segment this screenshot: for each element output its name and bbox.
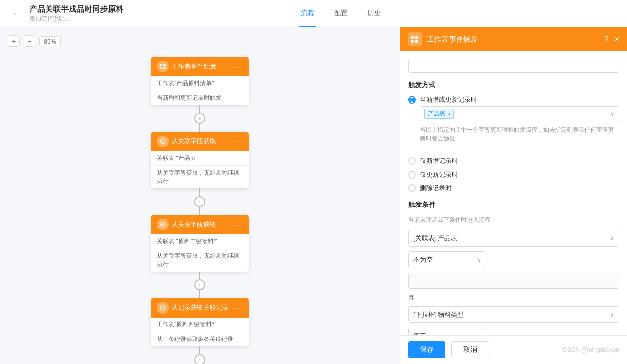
cancel-button[interactable]: 取消 — [451, 341, 489, 358]
radio-label-4: 删除记录时 — [420, 184, 452, 193]
condition1-value-input[interactable] — [408, 273, 619, 289]
connector-4: + — [194, 346, 205, 364]
plus-circle-2[interactable]: + — [194, 196, 205, 207]
node-card-fetch2: 从关联字段获取 ··· 关联表 "原料二级物料*" 从关联字段获取，无结果时继续… — [151, 215, 249, 272]
zoom-level: 80% — [39, 36, 61, 46]
condition2-field-row: [下拉框] 物料类型 ∨ — [408, 306, 619, 323]
node-header-fetch2: 从关联字段获取 ··· — [151, 215, 249, 234]
related-icon — [157, 302, 169, 314]
radio-circle-2 — [408, 157, 416, 165]
node1-menu[interactable]: ··· — [234, 63, 243, 70]
node4-menu[interactable]: ··· — [234, 304, 243, 312]
hint-text: 当以上指定的其中一个字段更新时将触发流程，如未指定则表示任何字段更新时都会触发 — [420, 125, 619, 143]
condition2-operator-label: 等于 — [413, 332, 426, 335]
condition2-field-select[interactable]: [下拉框] 物料类型 ∨ — [408, 306, 619, 323]
svg-rect-14 — [415, 36, 418, 39]
condition1-operator-select[interactable]: 不为空 ∨ — [408, 251, 486, 268]
back-button[interactable]: ← — [10, 7, 24, 21]
node1-title: 工作表事件触发 — [171, 62, 216, 71]
condition2-field-label: [下拉框] 物料类型 — [413, 310, 463, 319]
node2-row2: 从关联字段获取，无结果时继续执行 — [151, 166, 249, 188]
chevron-down-icon-3: ∨ — [610, 312, 614, 318]
fetch1-icon — [157, 136, 169, 147]
tag-close-icon[interactable]: × — [447, 111, 450, 117]
svg-rect-16 — [415, 40, 418, 43]
page-title: 产品关联半成品时同步原料 — [29, 4, 123, 15]
line6 — [199, 290, 200, 298]
panel-header-icon — [408, 32, 422, 46]
node-fetch1[interactable]: 从关联字段获取 ··· 关联表 "产品表" 从关联字段获取，无结果时继续执行 — [151, 132, 249, 188]
node1-body: 工作表"产品原料清单" 当新增和更新记录时触发 — [151, 76, 249, 105]
node-card-fetch1: 从关联字段获取 ··· 关联表 "产品表" 从关联字段获取，无结果时继续执行 — [151, 132, 249, 188]
radio-item-1[interactable]: 当新增或更新记录时 — [408, 95, 619, 104]
tab-history[interactable]: 历史 — [365, 0, 383, 27]
panel-header-left: 工作表事件触发 — [408, 32, 478, 46]
plus-circle-1[interactable]: + — [194, 113, 205, 124]
connector-3: + — [194, 272, 205, 298]
panel-search — [408, 59, 619, 73]
node-related[interactable]: 从记录获取关联记录 ··· 工作表"原料四级物料*" 从一条记录获取多条关联记录 — [151, 298, 249, 346]
plus-circle-4[interactable]: + — [194, 354, 205, 364]
chevron-down-icon-2: ∨ — [477, 257, 481, 263]
canvas-toolbar: + − 80% — [8, 35, 61, 47]
tab-config[interactable]: 配置 — [332, 0, 350, 27]
tab-flow[interactable]: 流程 — [299, 0, 316, 27]
and-label: 且 — [408, 294, 619, 302]
node2-menu[interactable]: ··· — [234, 137, 243, 145]
node-trigger[interactable]: 工作表事件触发 ··· 工作表"产品原料清单" 当新增和更新记录时触发 — [151, 57, 249, 105]
radio-label-2: 仅新增记录时 — [420, 157, 458, 165]
connector-2: + — [194, 188, 205, 215]
radio-item-4[interactable]: 删除记录时 — [408, 184, 619, 193]
line5 — [199, 272, 200, 279]
line2 — [199, 124, 200, 132]
node-header-fetch1: 从关联字段获取 ··· — [151, 132, 249, 151]
title-area: 产品关联半成品时同步原料 添加流程说明... — [29, 4, 123, 23]
product-tag: 产品表 × — [424, 109, 454, 119]
condition2-operator-select[interactable]: 等于 ∨ — [408, 328, 486, 335]
condition-section: 触发条件 当记录满足以下条件时进入流程 [关联表] 产品表 ∨ 不为空 ∨ — [408, 201, 619, 335]
node-header-related: 从记录获取关联记录 ··· — [151, 298, 249, 318]
radio-circle-1 — [408, 96, 416, 104]
node3-title: 从关联字段获取 — [171, 220, 216, 229]
condition1-field-select[interactable]: [关联表] 产品表 ∨ — [408, 230, 619, 247]
panel-close-button[interactable]: × — [615, 35, 619, 44]
radio-circle-3 — [408, 171, 416, 179]
node-title-row2: 从关联字段获取 — [157, 136, 234, 147]
radio-item-3[interactable]: 仅更新记录时 — [408, 170, 619, 179]
node4-body: 工作表"原料四级物料*" 从一条记录获取多条关联记录 — [151, 318, 249, 346]
node-card-trigger: 工作表事件触发 ··· 工作表"产品原料清单" 当新增和更新记录时触发 — [151, 57, 249, 105]
right-panel: 工作表事件触发 ? × 触发方式 当新增或更新记录时 — [400, 27, 627, 364]
panel-search-input[interactable] — [408, 59, 619, 73]
watermark-text: CSDN @mingdaoyun — [563, 346, 619, 353]
tag-label: 产品表 — [428, 110, 445, 118]
condition2-operator-row: 等于 ∨ — [408, 328, 619, 335]
node-fetch2[interactable]: 从关联字段获取 ··· 关联表 "原料二级物料*" 从关联字段获取，无结果时继续… — [151, 215, 249, 272]
main-area: + − 80% — [0, 27, 627, 364]
condition-section-label: 触发条件 — [408, 201, 619, 209]
radio-label-1: 当新增或更新记录时 — [420, 95, 477, 104]
trigger-icon — [157, 61, 169, 72]
footer-buttons: 保存 取消 — [408, 341, 489, 358]
panel-footer: 保存 取消 CSDN @mingdaoyun — [400, 335, 627, 364]
svg-rect-13 — [411, 36, 414, 39]
node-header-trigger: 工作表事件触发 ··· — [151, 57, 249, 76]
tag-input-row[interactable]: 产品表 × ∨ — [420, 106, 619, 121]
node3-body: 关联表 "原料二级物料*" 从关联字段获取，无结果时继续执行 — [151, 234, 249, 272]
fetch2-icon — [157, 219, 169, 230]
zoom-in-button[interactable]: + — [8, 35, 20, 47]
panel-help-button[interactable]: ? — [604, 35, 609, 44]
svg-rect-0 — [160, 64, 162, 66]
page-subtitle: 添加流程说明... — [29, 15, 123, 23]
node3-menu[interactable]: ··· — [234, 221, 243, 228]
condition1-operator-row: 不为空 ∨ — [408, 251, 619, 268]
svg-rect-1 — [163, 64, 166, 66]
node3-row1: 关联表 "原料二级物料*" — [151, 234, 249, 249]
plus-circle-3[interactable]: + — [194, 279, 205, 290]
node3-row2: 从关联字段获取，无结果时继续执行 — [151, 249, 249, 272]
save-button[interactable]: 保存 — [408, 341, 445, 358]
radio-item-2[interactable]: 仅新增记录时 — [408, 157, 619, 165]
zoom-out-button[interactable]: − — [24, 35, 35, 47]
svg-rect-3 — [163, 67, 166, 69]
node4-title: 从记录获取关联记录 — [171, 303, 229, 312]
node-title-row: 工作表事件触发 — [157, 61, 234, 72]
